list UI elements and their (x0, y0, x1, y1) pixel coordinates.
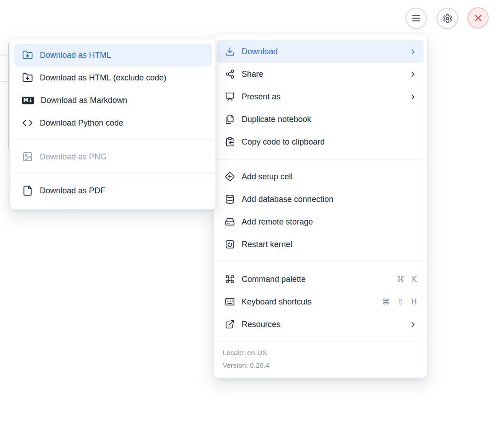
hard-drive-icon (225, 217, 235, 227)
database-icon (225, 194, 235, 204)
menu-item-label: Duplicate notebook (242, 115, 311, 124)
image-icon (22, 151, 33, 162)
markdown-icon: M↓ (22, 97, 34, 104)
close-app-button[interactable] (467, 7, 489, 28)
menu-item-add-setup-cell[interactable]: Add setup cell (217, 165, 424, 188)
code-icon (22, 117, 33, 128)
external-link-icon (225, 319, 235, 329)
menu-item-label: Download (242, 47, 278, 56)
folder-down-icon (22, 72, 33, 83)
submenu-item-download-as-pdf[interactable]: Download as PDF (14, 179, 212, 202)
menu-item-share[interactable]: Share (217, 63, 424, 85)
keyboard-icon (225, 297, 235, 307)
menu-item-label: Present as (242, 92, 280, 102)
close-icon (473, 13, 484, 23)
menu-item-add-remote-storage[interactable]: Add remote storage (217, 210, 424, 233)
download-icon (225, 47, 235, 56)
submenu-item-download-as-png: Download as PNG (14, 145, 212, 168)
menu-item-download[interactable]: Download (217, 40, 424, 63)
menu-item-label: Copy code to clipboard (242, 137, 325, 147)
gear-icon (443, 14, 453, 23)
menu-item-label: Add database connection (242, 195, 333, 204)
shortcut-command-k: ⌘ K (397, 275, 417, 284)
menu-item-label: Add setup cell (242, 172, 293, 182)
menu-item-label: Share (242, 70, 263, 79)
chevron-right-icon (409, 47, 417, 56)
menu-item-keyboard-shortcuts[interactable]: Keyboard shortcuts ⌘ ⇧ H (217, 290, 424, 313)
duplicate-icon (225, 114, 235, 124)
background-rule (0, 55, 8, 56)
hamburger-menu-button[interactable] (406, 8, 427, 29)
menu-item-resources[interactable]: Resources (217, 313, 424, 336)
submenu-item-label: Download as Markdown (41, 96, 127, 105)
submenu-item-download-as-markdown[interactable]: M↓ Download as Markdown (14, 89, 212, 112)
shortcut-command-shift-h: ⌘ ⇧ H (382, 297, 417, 306)
settings-button[interactable] (437, 8, 458, 29)
submenu-item-download-as-html-exclude-code[interactable]: Download as HTML (exclude code) (14, 66, 212, 89)
menu-item-add-database-connection[interactable]: Add database connection (217, 188, 424, 210)
command-icon (225, 274, 235, 284)
download-submenu: Download as HTML Download as HTML (exclu… (10, 38, 216, 210)
background-table-border (8, 43, 9, 150)
submenu-item-download-python-code[interactable]: Download Python code (14, 112, 212, 134)
folder-down-icon (22, 50, 33, 61)
locale-text: Locale: en-US (223, 346, 420, 359)
diamond-plus-icon (225, 172, 235, 182)
chevron-right-icon (409, 70, 417, 79)
markdown-badge: M↓ (22, 97, 34, 104)
menu-item-duplicate-notebook[interactable]: Duplicate notebook (217, 108, 424, 131)
share-icon (225, 69, 235, 79)
file-icon (22, 185, 33, 196)
menu-footer: Locale: en-US Version: 0.20.4 (214, 341, 427, 378)
version-text: Version: 0.20.4 (223, 359, 420, 372)
menu-item-restart-kernel[interactable]: Restart kernel (217, 233, 424, 256)
menu-item-label: Command palette (242, 275, 306, 284)
presentation-icon (225, 92, 235, 102)
chevron-right-icon (409, 320, 417, 329)
notebook-actions-menu: Download Share Present as (213, 34, 427, 378)
submenu-item-label: Download as HTML (40, 51, 111, 60)
submenu-item-label: Download as HTML (exclude code) (40, 73, 166, 83)
menu-item-label: Restart kernel (242, 240, 292, 249)
power-icon (225, 239, 235, 249)
menu-item-copy-code[interactable]: Copy code to clipboard (217, 131, 424, 153)
submenu-item-label: Download as PNG (40, 152, 107, 162)
clipboard-copy-icon (225, 137, 235, 147)
submenu-item-download-as-html[interactable]: Download as HTML (14, 44, 212, 66)
submenu-item-label: Download as PDF (40, 186, 105, 196)
menu-item-label: Resources (242, 320, 280, 329)
menu-item-label: Keyboard shortcuts (242, 297, 312, 307)
menu-item-command-palette[interactable]: Command palette ⌘ K (217, 268, 424, 290)
menu-item-label: Add remote storage (242, 217, 313, 227)
submenu-item-label: Download Python code (40, 118, 123, 128)
chevron-right-icon (409, 93, 417, 101)
hamburger-icon (411, 13, 421, 23)
menu-item-present-as[interactable]: Present as (217, 85, 424, 108)
background-rule (0, 81, 8, 82)
